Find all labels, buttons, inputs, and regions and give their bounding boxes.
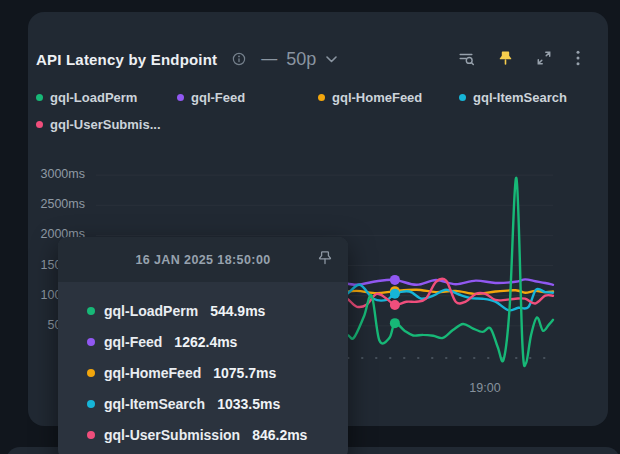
tooltip-row: gql-UserSubmission 846.2ms bbox=[87, 419, 348, 450]
legend-label: gql-Feed bbox=[191, 90, 245, 105]
series-name: gql-HomeFeed bbox=[104, 365, 201, 381]
series-dot bbox=[87, 431, 95, 439]
chart-tooltip: 16 JAN 2025 18:50:00 gql-LoadPerm 544.9m… bbox=[58, 237, 348, 454]
tooltip-header: 16 JAN 2025 18:50:00 bbox=[58, 237, 348, 282]
series-value: 1075.7ms bbox=[213, 365, 276, 381]
series-dot bbox=[87, 400, 95, 408]
tooltip-row: gql-LoadPerm 544.9ms bbox=[87, 295, 348, 326]
x-axis-label: 19:00 bbox=[455, 381, 515, 395]
aggregation-selector[interactable]: — 50p bbox=[261, 49, 337, 70]
series-value: 846.2ms bbox=[252, 427, 307, 443]
series-value: 1033.5ms bbox=[217, 396, 280, 412]
search-list-icon[interactable] bbox=[457, 49, 475, 67]
dashboard-page: API Latency by Endpoint — 50p bbox=[0, 0, 620, 454]
tooltip-row: gql-Feed 1262.4ms bbox=[87, 326, 348, 357]
series-dot bbox=[36, 94, 43, 101]
kebab-menu-icon[interactable] bbox=[574, 49, 582, 67]
legend-label: gql-HomeFeed bbox=[332, 90, 422, 105]
series-dot bbox=[459, 94, 466, 101]
legend-label: gql-ItemSearch bbox=[473, 90, 567, 105]
panel-toolbar bbox=[457, 46, 582, 70]
series-name: gql-ItemSearch bbox=[104, 396, 205, 412]
legend-item-usersubmission[interactable]: gql-UserSubmis... bbox=[36, 111, 177, 138]
series-name: gql-UserSubmission bbox=[104, 427, 240, 443]
y-axis-tick: 2500ms bbox=[30, 197, 85, 211]
legend-item-feed[interactable]: gql-Feed bbox=[177, 84, 318, 111]
series-value: 1262.4ms bbox=[174, 334, 237, 350]
series-dot bbox=[87, 307, 95, 315]
series-style-dash: — bbox=[261, 50, 277, 68]
tooltip-timestamp: 16 JAN 2025 18:50:00 bbox=[135, 253, 270, 267]
series-name: gql-LoadPerm bbox=[104, 303, 198, 319]
y-axis-tick: 3000ms bbox=[30, 167, 85, 181]
panel-title: API Latency by Endpoint bbox=[36, 51, 217, 68]
tooltip-row: gql-ItemSearch 1033.5ms bbox=[87, 388, 348, 419]
expand-icon[interactable] bbox=[535, 49, 553, 67]
pin-icon[interactable] bbox=[496, 49, 514, 67]
tooltip-row: gql-HomeFeed 1075.7ms bbox=[87, 357, 348, 388]
tooltip-body: gql-LoadPerm 544.9ms gql-Feed 1262.4ms g… bbox=[58, 282, 348, 450]
series-dot bbox=[36, 121, 43, 128]
chart-legend: gql-LoadPerm gql-Feed gql-HomeFeed gql-I… bbox=[36, 84, 604, 138]
series-dot bbox=[318, 94, 325, 101]
legend-item-itemsearch[interactable]: gql-ItemSearch bbox=[459, 84, 600, 111]
legend-label: gql-LoadPerm bbox=[50, 90, 137, 105]
panel-header: API Latency by Endpoint — 50p bbox=[36, 46, 337, 72]
aggregation-value: 50p bbox=[286, 49, 316, 70]
chevron-down-icon bbox=[325, 50, 337, 68]
info-icon[interactable] bbox=[230, 50, 248, 68]
series-value: 544.9ms bbox=[210, 303, 265, 319]
series-dot bbox=[177, 94, 184, 101]
series-dot bbox=[87, 338, 95, 346]
series-name: gql-Feed bbox=[104, 334, 162, 350]
legend-label: gql-UserSubmis... bbox=[50, 117, 161, 132]
pin-tooltip-icon[interactable] bbox=[316, 249, 334, 267]
legend-item-loadperm[interactable]: gql-LoadPerm bbox=[36, 84, 177, 111]
legend-item-homefeed[interactable]: gql-HomeFeed bbox=[318, 84, 459, 111]
series-dot bbox=[87, 369, 95, 377]
